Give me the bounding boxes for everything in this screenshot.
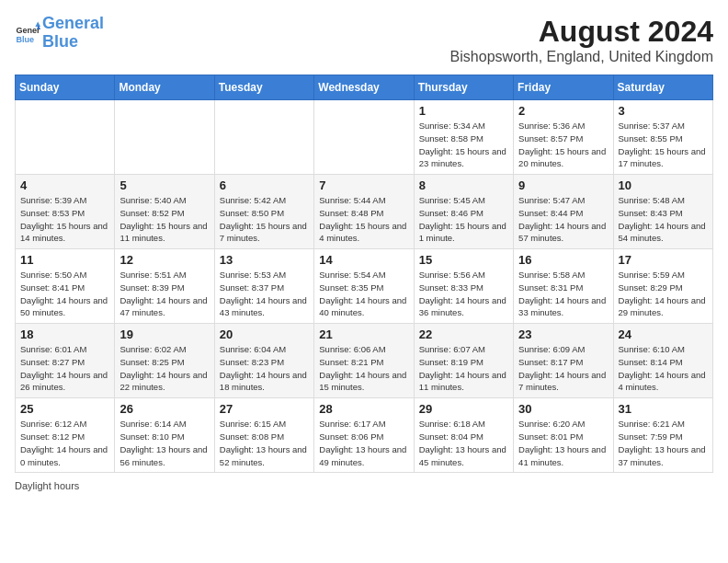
day-info: Sunrise: 5:51 AMSunset: 8:39 PMDaylight:… <box>119 269 209 319</box>
calendar-cell: 9Sunrise: 5:47 AMSunset: 8:44 PMDaylight… <box>514 175 613 249</box>
day-number: 7 <box>319 178 408 192</box>
title-area: August 2024 Bishopsworth, England, Unite… <box>450 15 713 65</box>
calendar-cell: 5Sunrise: 5:40 AMSunset: 8:52 PMDaylight… <box>115 175 214 249</box>
day-info: Sunrise: 6:09 AMSunset: 8:17 PMDaylight:… <box>518 343 608 394</box>
calendar-cell <box>16 100 115 175</box>
day-number: 19 <box>119 327 209 341</box>
calendar-week-1: 1Sunrise: 5:34 AMSunset: 8:58 PMDaylight… <box>16 100 713 175</box>
calendar-cell: 24Sunrise: 6:10 AMSunset: 8:14 PMDayligh… <box>613 324 712 398</box>
svg-text:General: General <box>16 26 40 35</box>
calendar-cell: 10Sunrise: 5:48 AMSunset: 8:43 PMDayligh… <box>613 175 712 249</box>
month-year: August 2024 <box>450 15 713 49</box>
calendar-cell: 7Sunrise: 5:44 AMSunset: 8:48 PMDaylight… <box>314 175 414 249</box>
calendar-cell: 1Sunrise: 5:34 AMSunset: 8:58 PMDaylight… <box>414 100 513 175</box>
logo-line1: General <box>42 14 104 32</box>
calendar-week-3: 11Sunrise: 5:50 AMSunset: 8:41 PMDayligh… <box>16 249 713 324</box>
day-info: Sunrise: 5:36 AMSunset: 8:57 PMDaylight:… <box>518 120 608 170</box>
calendar-cell: 11Sunrise: 5:50 AMSunset: 8:41 PMDayligh… <box>16 249 115 324</box>
day-info: Sunrise: 5:42 AMSunset: 8:50 PMDaylight:… <box>220 194 309 245</box>
calendar-cell <box>214 100 313 175</box>
calendar-week-5: 25Sunrise: 6:12 AMSunset: 8:12 PMDayligh… <box>16 398 713 473</box>
location: Bishopsworth, England, United Kingdom <box>450 49 713 65</box>
day-info: Sunrise: 5:44 AMSunset: 8:48 PMDaylight:… <box>319 194 408 245</box>
day-info: Sunrise: 6:20 AMSunset: 8:01 PMDaylight:… <box>518 418 608 468</box>
day-info: Sunrise: 5:34 AMSunset: 8:58 PMDaylight:… <box>419 120 508 170</box>
day-info: Sunrise: 5:54 AMSunset: 8:35 PMDaylight:… <box>319 269 408 319</box>
calendar-cell: 14Sunrise: 5:54 AMSunset: 8:35 PMDayligh… <box>314 249 414 324</box>
footer-note: Daylight hours <box>15 480 713 491</box>
day-number: 10 <box>619 178 708 192</box>
header-row: SundayMondayTuesdayWednesdayThursdayFrid… <box>16 75 713 100</box>
daylight-hours-label: Daylight hours <box>15 480 79 491</box>
day-number: 21 <box>319 327 408 341</box>
day-info: Sunrise: 6:02 AMSunset: 8:25 PMDaylight:… <box>119 343 209 394</box>
calendar-cell: 21Sunrise: 6:06 AMSunset: 8:21 PMDayligh… <box>314 324 414 398</box>
calendar-cell: 30Sunrise: 6:20 AMSunset: 8:01 PMDayligh… <box>514 398 613 473</box>
day-number: 25 <box>20 402 109 416</box>
calendar-table: SundayMondayTuesdayWednesdayThursdayFrid… <box>15 75 713 473</box>
logo-text: General Blue <box>42 15 104 52</box>
col-header-friday: Friday <box>514 75 613 100</box>
calendar-cell: 25Sunrise: 6:12 AMSunset: 8:12 PMDayligh… <box>16 398 115 473</box>
day-number: 9 <box>518 178 608 192</box>
day-number: 29 <box>419 402 508 416</box>
day-number: 14 <box>319 253 408 267</box>
day-number: 13 <box>220 253 309 267</box>
day-info: Sunrise: 6:21 AMSunset: 7:59 PMDaylight:… <box>619 418 708 468</box>
day-info: Sunrise: 6:15 AMSunset: 8:08 PMDaylight:… <box>220 418 309 468</box>
svg-text:Blue: Blue <box>16 35 34 44</box>
day-number: 27 <box>220 402 309 416</box>
logo: General Blue General Blue <box>15 15 104 52</box>
calendar-week-2: 4Sunrise: 5:39 AMSunset: 8:53 PMDaylight… <box>16 175 713 249</box>
day-number: 5 <box>119 178 209 192</box>
day-info: Sunrise: 6:18 AMSunset: 8:04 PMDaylight:… <box>419 418 508 468</box>
day-number: 24 <box>619 327 708 341</box>
col-header-saturday: Saturday <box>613 75 712 100</box>
calendar-cell: 26Sunrise: 6:14 AMSunset: 8:10 PMDayligh… <box>115 398 214 473</box>
calendar-cell: 6Sunrise: 5:42 AMSunset: 8:50 PMDaylight… <box>214 175 313 249</box>
day-info: Sunrise: 5:47 AMSunset: 8:44 PMDaylight:… <box>518 194 608 245</box>
day-info: Sunrise: 6:17 AMSunset: 8:06 PMDaylight:… <box>319 418 408 468</box>
day-info: Sunrise: 5:39 AMSunset: 8:53 PMDaylight:… <box>20 194 109 245</box>
day-info: Sunrise: 6:07 AMSunset: 8:19 PMDaylight:… <box>419 343 508 394</box>
day-number: 11 <box>20 253 109 267</box>
day-number: 23 <box>518 327 608 341</box>
col-header-thursday: Thursday <box>414 75 513 100</box>
day-number: 17 <box>619 253 708 267</box>
day-number: 4 <box>20 178 109 192</box>
calendar-cell <box>314 100 414 175</box>
calendar-cell: 3Sunrise: 5:37 AMSunset: 8:55 PMDaylight… <box>613 100 712 175</box>
calendar-cell: 13Sunrise: 5:53 AMSunset: 8:37 PMDayligh… <box>214 249 313 324</box>
day-number: 28 <box>319 402 408 416</box>
day-info: Sunrise: 5:53 AMSunset: 8:37 PMDaylight:… <box>220 269 309 319</box>
calendar-cell: 19Sunrise: 6:02 AMSunset: 8:25 PMDayligh… <box>115 324 214 398</box>
day-info: Sunrise: 5:40 AMSunset: 8:52 PMDaylight:… <box>119 194 209 245</box>
day-number: 18 <box>20 327 109 341</box>
calendar-cell: 17Sunrise: 5:59 AMSunset: 8:29 PMDayligh… <box>613 249 712 324</box>
day-number: 1 <box>419 104 508 118</box>
calendar-cell: 18Sunrise: 6:01 AMSunset: 8:27 PMDayligh… <box>16 324 115 398</box>
day-number: 31 <box>619 402 708 416</box>
day-info: Sunrise: 6:12 AMSunset: 8:12 PMDaylight:… <box>20 418 109 468</box>
day-number: 2 <box>518 104 608 118</box>
calendar-cell: 15Sunrise: 5:56 AMSunset: 8:33 PMDayligh… <box>414 249 513 324</box>
day-info: Sunrise: 5:37 AMSunset: 8:55 PMDaylight:… <box>619 120 708 170</box>
calendar-cell: 12Sunrise: 5:51 AMSunset: 8:39 PMDayligh… <box>115 249 214 324</box>
day-info: Sunrise: 5:58 AMSunset: 8:31 PMDaylight:… <box>518 269 608 319</box>
day-info: Sunrise: 6:01 AMSunset: 8:27 PMDaylight:… <box>20 343 109 394</box>
day-info: Sunrise: 5:56 AMSunset: 8:33 PMDaylight:… <box>419 269 508 319</box>
calendar-cell: 27Sunrise: 6:15 AMSunset: 8:08 PMDayligh… <box>214 398 313 473</box>
day-number: 26 <box>119 402 209 416</box>
header: General Blue General Blue August 2024 Bi… <box>15 15 713 65</box>
col-header-tuesday: Tuesday <box>214 75 313 100</box>
day-number: 22 <box>419 327 508 341</box>
calendar-cell: 28Sunrise: 6:17 AMSunset: 8:06 PMDayligh… <box>314 398 414 473</box>
calendar-cell: 16Sunrise: 5:58 AMSunset: 8:31 PMDayligh… <box>514 249 613 324</box>
logo-line2: Blue <box>42 32 78 51</box>
day-number: 6 <box>220 178 309 192</box>
day-number: 15 <box>419 253 508 267</box>
calendar-cell: 20Sunrise: 6:04 AMSunset: 8:23 PMDayligh… <box>214 324 313 398</box>
day-info: Sunrise: 5:59 AMSunset: 8:29 PMDaylight:… <box>619 269 708 319</box>
calendar-cell: 31Sunrise: 6:21 AMSunset: 7:59 PMDayligh… <box>613 398 712 473</box>
day-number: 3 <box>619 104 708 118</box>
